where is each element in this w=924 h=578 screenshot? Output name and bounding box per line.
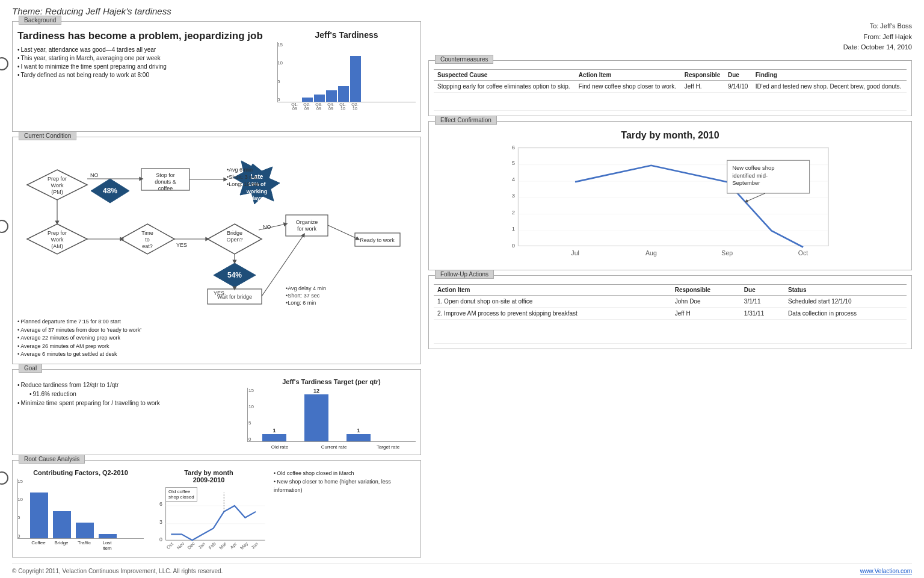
current-condition-content: Prep for Work (PM) 48% NO Stop for donut… <box>17 146 416 359</box>
rca-label-traffic: Traffic <box>75 540 93 551</box>
effect-confirmation-label: Effect Confirmation <box>435 116 497 125</box>
background-bullet-4: Tardy defined as not being ready to work… <box>17 71 273 79</box>
fu-action-2: 2. Improve AM process to prevent skippin… <box>434 307 671 319</box>
goal-bullet-1: Reduce tardiness from 12/qtr to 1/qtr <box>17 381 242 390</box>
table-row-empty <box>434 319 907 343</box>
svg-text:Time: Time <box>141 230 153 236</box>
svg-line-94 <box>746 193 765 202</box>
fu-action-1: 1. Open donut shop on-site at office <box>434 295 671 307</box>
background-bullet-2: This year, starting in March, averaging … <box>17 54 273 63</box>
cm-th-responsible: Responsible <box>681 69 724 80</box>
rca-line-chart-container: Old coffeeshop closed 0 3 6 <box>149 486 269 552</box>
fu-th-responsible: Responsible <box>671 284 741 295</box>
rca-bar-coffee <box>30 493 48 538</box>
svg-text:September: September <box>732 179 760 186</box>
rca-bar-traffic <box>76 523 94 538</box>
circle-indicator-1 <box>0 57 8 70</box>
svg-text:Oct: Oct <box>798 249 808 256</box>
svg-text:Feb: Feb <box>208 541 217 550</box>
goal-bar-target: 1 <box>346 427 371 441</box>
svg-text:6: 6 <box>159 501 162 507</box>
svg-text:4: 4 <box>512 176 515 182</box>
background-bullet-1: Last year, attendance was good—4 tardies… <box>17 46 273 54</box>
background-chart: Jeff's Tardiness 0 5 10 15 <box>277 30 416 126</box>
svg-text:YES: YES <box>176 242 187 248</box>
svg-text:Prep for: Prep for <box>48 230 67 236</box>
svg-text:0: 0 <box>159 536 162 542</box>
svg-text:coffee: coffee <box>158 185 173 191</box>
svg-text:NO: NO <box>90 172 99 178</box>
rca-bar-labels: Coffee Bridge Traffic Lost item <box>17 540 144 551</box>
goal-x-label-current: Current rate <box>316 444 352 450</box>
fu-th-action: Action Item <box>434 284 671 295</box>
effect-chart-title: Tardy by month, 2010 <box>434 130 907 141</box>
rca-notes-list: Old coffee shop closed in March New shop… <box>274 469 416 495</box>
fu-th-due: Due <box>741 284 784 295</box>
svg-text:eat?: eat? <box>142 243 153 249</box>
rca-label: Root Cause Analysis <box>19 455 85 464</box>
svg-text:6: 6 <box>512 144 515 151</box>
svg-text:2: 2 <box>512 209 515 216</box>
goal-x-labels: Old rate Current rate Target rate <box>247 443 416 450</box>
svg-text:•Short: 37 sec: •Short: 37 sec <box>286 293 320 299</box>
svg-text:•Short: 3 min: •Short: 3 min <box>227 174 258 180</box>
effect-chart-svg: 0 1 2 3 4 5 6 <box>446 144 895 265</box>
right-column: To: Jeff's Boss From: Jeff Hajek Date: O… <box>428 21 912 558</box>
background-left: Tardiness has become a problem, jeopardi… <box>17 30 273 126</box>
table-row: Stopping early for coffee eliminates opt… <box>434 80 907 92</box>
svg-text:working: working <box>246 188 268 194</box>
svg-text:Apr: Apr <box>229 541 238 550</box>
table-row: 2. Improve AM process to prevent skippin… <box>434 307 907 319</box>
goal-section: Goal Reduce tardiness from 12/qtr to 1/q… <box>12 369 421 455</box>
header-to: To: Jeff's Boss <box>428 21 912 32</box>
footer-link[interactable]: www.Velaction.com <box>860 568 912 574</box>
tardiness-bars <box>277 42 416 102</box>
rca-section: Root Cause Analysis Contributing Factors… <box>12 460 421 558</box>
goal-bar-old: 1 <box>262 427 286 441</box>
svg-text:Work: Work <box>51 182 64 188</box>
svg-text:days: days <box>251 195 263 201</box>
svg-text:Jun: Jun <box>250 541 259 550</box>
cm-action-1: Find new coffee shop closer to work. <box>575 80 681 92</box>
countermeasures-label: Countermeasures <box>435 55 493 64</box>
svg-text:5: 5 <box>512 159 515 166</box>
svg-text:New coffee shop: New coffee shop <box>732 164 774 171</box>
circle-indicator-2 <box>0 220 8 233</box>
goal-x-label-old: Old rate <box>262 444 298 450</box>
goal-bullet-3: Minimize time spent preparing for / trav… <box>17 399 242 408</box>
copyright-text: © Copyright 2011, Velaction Continuous I… <box>12 568 223 574</box>
table-row: 1. Open donut shop on-site at office Joh… <box>434 295 907 307</box>
tardiness-x-labels: Q1-09 Q2-09 Q3-09 Q4-09 Q1-10 Q2-10 <box>277 102 416 111</box>
background-bullet-3: I want to minimize the time spent prepar… <box>17 63 273 71</box>
svg-text:48%: 48% <box>103 187 117 195</box>
background-section: Background Tardiness has become a proble… <box>12 21 421 132</box>
goal-left: Reduce tardiness from 12/qtr to 1/qtr 91… <box>17 378 242 450</box>
svg-text:Nov: Nov <box>176 541 185 550</box>
fu-responsible-2: Jeff H <box>671 307 741 319</box>
header-from: From: Jeff Hajek <box>428 32 912 43</box>
cc-note-3: Average 22 minutes of evening prep work <box>17 334 416 343</box>
rca-left: Contributing Factors, Q2-2010 0 5 10 15 <box>17 469 144 552</box>
rca-annotation: Old coffeeshop closed <box>165 487 197 502</box>
cm-due-1: 9/14/10 <box>724 80 752 92</box>
rca-bar-bridge <box>53 511 71 538</box>
countermeasures-table: Suspected Cause Action Item Responsible … <box>434 69 907 111</box>
goal-bullets: Reduce tardiness from 12/qtr to 1/qtr 91… <box>17 381 242 408</box>
svg-text:Dec: Dec <box>186 541 196 550</box>
bar-q2-09 <box>302 98 313 102</box>
svg-text:(PM): (PM) <box>51 189 63 195</box>
goal-label: Goal <box>19 364 42 373</box>
svg-text:0: 0 <box>512 241 515 248</box>
svg-text:Jan: Jan <box>197 541 206 550</box>
follow-up-table: Action Item Responsible Due Status 1. Op… <box>434 284 907 344</box>
header-date: Date: October 14, 2010 <box>428 42 912 53</box>
svg-line-41 <box>328 225 358 239</box>
rca-bars <box>17 479 144 539</box>
svg-text:Organize: Organize <box>296 219 318 225</box>
svg-text:1: 1 <box>512 225 515 232</box>
cc-note-5: Average 6 minutes to get settled at desk <box>17 350 416 359</box>
fu-responsible-1: John Doe <box>671 295 741 307</box>
cc-note-1: Planned departure time 7:15 for 8:00 sta… <box>17 318 416 326</box>
bar-q4-09 <box>326 90 337 102</box>
bar-q3-09 <box>314 95 325 102</box>
